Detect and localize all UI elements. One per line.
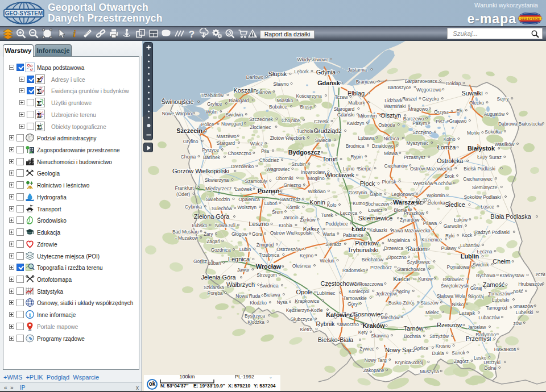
svg-text:Łęczyca: Łęczyca xyxy=(340,210,358,216)
svg-text:Brodnica: Brodnica xyxy=(346,143,365,149)
svg-text:Bystrzyca: Bystrzyca xyxy=(245,313,265,319)
svg-text:Tarnogród: Tarnogród xyxy=(486,305,507,311)
svg-text:(Oder): (Oder) xyxy=(176,191,190,197)
svg-text:Mielec: Mielec xyxy=(425,310,440,315)
svg-text:Gorlice: Gorlice xyxy=(413,345,429,351)
svg-text:Włocławek: Włocławek xyxy=(325,172,354,178)
svg-text:Świdnica: Świdnica xyxy=(259,282,279,289)
svg-text:Pruszków: Pruszków xyxy=(404,210,425,216)
svg-text:Bydgoszcz: Bydgoszcz xyxy=(288,149,321,156)
svg-text:Wołomin: Wołomin xyxy=(427,193,445,198)
svg-text:Lwówek: Lwówek xyxy=(235,186,253,192)
svg-text:Oborniki: Oborniki xyxy=(276,176,293,181)
svg-text:Płońsk: Płońsk xyxy=(382,179,397,185)
svg-text:Przasnysz: Przasnysz xyxy=(404,155,425,160)
svg-text:Ryki: Ryki xyxy=(445,233,454,239)
svg-text:Warmiński: Warmiński xyxy=(384,103,406,109)
svg-text:Szubin: Szubin xyxy=(291,161,306,167)
svg-text:Ostrołęka: Ostrołęka xyxy=(437,157,464,164)
svg-text:Czersk: Czersk xyxy=(314,119,329,124)
svg-text:Chojna: Chojna xyxy=(181,154,196,160)
svg-text:Witkowo: Witkowo xyxy=(308,189,326,194)
svg-text:Zagórz: Zagórz xyxy=(454,358,469,364)
svg-text:Łomża: Łomża xyxy=(437,144,456,151)
svg-text:Lidzbark: Lidzbark xyxy=(384,98,403,103)
svg-text:Łęczna: Łęczna xyxy=(477,249,493,255)
svg-text:Giżycko: Giżycko xyxy=(422,96,439,102)
svg-text:?: ? xyxy=(189,29,195,40)
svg-text:Ciechanowiec: Ciechanowiec xyxy=(463,176,493,182)
svg-text:Szklarska: Szklarska xyxy=(204,285,224,290)
svg-text:Kłodzko: Kłodzko xyxy=(250,300,267,306)
svg-text:Kęty: Kęty xyxy=(358,330,368,335)
svg-text:Szczecin: Szczecin xyxy=(176,127,202,134)
svg-text:Biała Podlaska: Biała Podlaska xyxy=(490,213,531,220)
svg-text:Opoczno: Opoczno xyxy=(387,255,407,260)
svg-text:Krapkowice: Krapkowice xyxy=(295,298,320,304)
svg-text:Mogielnica: Mogielnica xyxy=(387,237,410,243)
svg-text:Sanok: Sanok xyxy=(452,350,465,356)
svg-text:Myszyniec: Myszyniec xyxy=(407,140,429,146)
svg-text:Ciechanów: Ciechanów xyxy=(384,163,408,169)
svg-text:Legnica: Legnica xyxy=(228,256,250,262)
svg-text:Jawor: Jawor xyxy=(237,267,250,273)
svg-text:Wolsztyn: Wolsztyn xyxy=(237,205,257,210)
svg-text:Kwidzyn: Kwidzyn xyxy=(347,120,365,126)
svg-text:Wałbrzych: Wałbrzych xyxy=(226,281,255,288)
svg-text:Wasilków: Wasilków xyxy=(495,141,515,147)
svg-text:Bad Muskau: Bad Muskau xyxy=(172,229,199,235)
svg-text:Augustów: Augustów xyxy=(484,111,505,117)
svg-text:Olecko: Olecko xyxy=(469,100,484,106)
svg-text:Pabianice: Pabianice xyxy=(343,232,364,238)
svg-text:Suwałki: Suwałki xyxy=(461,90,482,97)
svg-text:Nowy Targ: Nowy Targ xyxy=(364,357,386,363)
svg-text:Łowicz: Łowicz xyxy=(368,207,382,213)
svg-text:Rawa Mazowiecka: Rawa Mazowiecka xyxy=(391,228,431,233)
svg-text:Legionowo: Legionowo xyxy=(391,191,415,197)
svg-text:Gorzów Wielkopolski: Gorzów Wielkopolski xyxy=(172,168,229,174)
svg-text:Szamotuły: Szamotuły xyxy=(245,178,268,184)
svg-text:Lubawa: Lubawa xyxy=(358,135,375,141)
svg-text:Nisko: Nisko xyxy=(452,302,464,307)
svg-text:Chełm: Chełm xyxy=(493,258,510,265)
svg-text:Chodzież: Chodzież xyxy=(259,157,279,163)
svg-text:Chojnice: Chojnice xyxy=(282,118,300,123)
svg-text:Koszalin: Koszalin xyxy=(234,87,257,94)
svg-text:Strzyżów: Strzyżów xyxy=(429,333,449,339)
svg-text:Starachowice: Starachowice xyxy=(397,266,425,272)
svg-text:Krobia: Krobia xyxy=(279,223,292,228)
svg-text:Świecie: Świecie xyxy=(315,137,332,143)
svg-text:Kościerzyna: Kościerzyna xyxy=(296,93,322,99)
svg-text:Kunów: Kunów xyxy=(418,276,433,282)
svg-text:Barlinek: Barlinek xyxy=(203,155,221,160)
svg-text:Staszów: Staszów xyxy=(420,300,439,306)
svg-text:Kielce: Kielce xyxy=(393,276,410,282)
svg-text:ność: ność xyxy=(513,289,523,294)
svg-text:Mrągowo: Mrągowo xyxy=(408,106,428,112)
svg-text:Lubartów: Lubartów xyxy=(460,243,480,248)
svg-text:Rzeszów: Rzeszów xyxy=(437,322,462,328)
svg-text:Krynica-Zdrój: Krynica-Zdrój xyxy=(395,360,423,365)
svg-text:Bełchatów: Bełchatów xyxy=(362,257,384,262)
svg-text:Tarnów: Tarnów xyxy=(404,325,424,332)
svg-text:Leżajsk: Leżajsk xyxy=(459,310,475,316)
svg-text:Багратионовск: Багратионовск xyxy=(405,78,437,84)
svg-text:Łochów: Łochów xyxy=(436,181,453,186)
svg-text:Jędrzejów: Jędrzejów xyxy=(375,291,397,297)
svg-text:Olsztyn: Olsztyn xyxy=(380,112,401,119)
svg-text:Piotrków: Piotrków xyxy=(355,240,379,247)
svg-text:Miłomłyn: Miłomłyn xyxy=(358,113,377,119)
svg-text:Głogów: Głogów xyxy=(231,231,248,237)
svg-text:Lębork: Lębork xyxy=(294,69,309,74)
svg-text:Σ: Σ xyxy=(37,75,42,84)
svg-text:Gdańsk: Gdańsk xyxy=(317,80,341,86)
svg-text:Lubsko: Lubsko xyxy=(192,223,208,228)
svg-text:Bielawa: Bielawa xyxy=(263,292,280,298)
svg-text:Gniezno: Gniezno xyxy=(284,182,301,188)
svg-text:Świnoujście: Świnoujście xyxy=(162,98,194,105)
svg-text:Pyrzyce: Pyrzyce xyxy=(202,147,219,153)
svg-text:Żmigród: Żmigród xyxy=(257,242,274,248)
svg-text:Nysa: Nysa xyxy=(277,299,288,305)
svg-text:- Mużakow: - Mużakow xyxy=(175,235,198,241)
svg-text:Radymno: Radymno xyxy=(475,332,496,337)
